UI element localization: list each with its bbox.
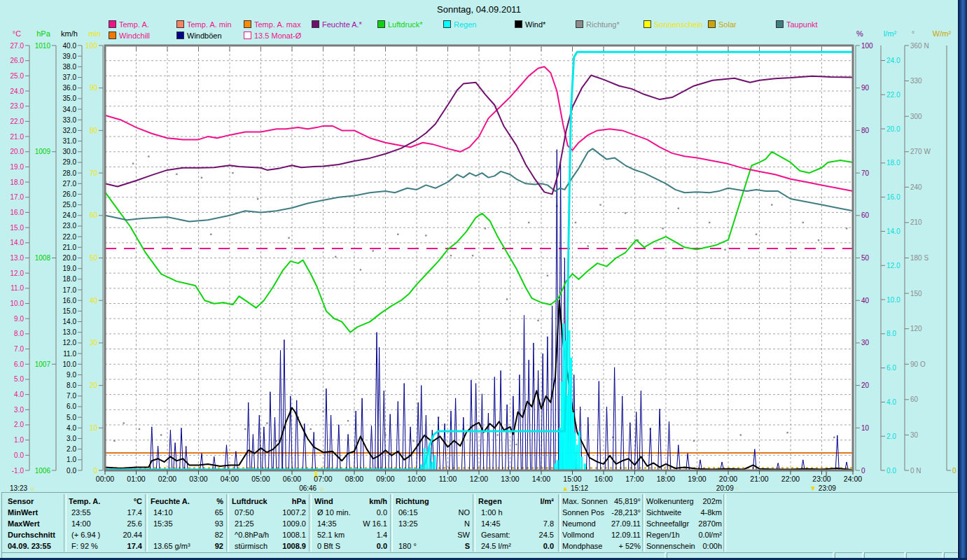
- axis-label-sunshine: 20: [90, 382, 98, 389]
- axis-unit-rain: l/m²: [884, 29, 897, 38]
- series-regen-rate-bar: [576, 444, 578, 470]
- axis-label-windspeed: 33.0: [63, 116, 77, 124]
- axis-unit-tempC: °C: [13, 29, 21, 38]
- axis-label-windspeed: 21.0: [63, 244, 77, 251]
- table-cell-value: 93: [151, 518, 223, 529]
- series-richtung-dot: [740, 434, 742, 435]
- axis-label-tempC: 0.0: [14, 451, 24, 459]
- x-axis-label: 04:00: [221, 475, 239, 483]
- x-axis-label: 16:00: [594, 475, 613, 483]
- axis-label-tempC: -1.0: [12, 467, 25, 475]
- series-richtung-dot: [335, 256, 336, 258]
- x-axis-label: 02:00: [158, 475, 176, 483]
- info-value: 27.09.11: [562, 518, 641, 529]
- axis-label-rain: 4.0: [886, 398, 896, 406]
- series-regen-rate-bar: [572, 412, 574, 470]
- x-axis-label: 24:00: [844, 475, 862, 483]
- axis-label-humidity: 90: [861, 84, 870, 92]
- series-richtung-dot: [347, 420, 349, 421]
- axis-label-tempC: 2.0: [14, 421, 24, 428]
- series-richtung-dot: [113, 440, 115, 442]
- table-cell-value: 1008.1: [232, 529, 306, 540]
- axis-label-humidity: 30: [861, 339, 870, 346]
- series-richtung-dot: [360, 269, 361, 270]
- table-cell-value: 20.44: [69, 529, 142, 540]
- x-axis-label: 18:00: [657, 475, 675, 483]
- series-regen-rate-bar: [574, 433, 576, 470]
- axis-label-solar: 0: [952, 467, 956, 475]
- axis-label-windspeed: 5.0: [67, 414, 76, 421]
- table-cell-value: 24.5: [478, 529, 554, 540]
- axis-label-direction: 30: [910, 431, 919, 439]
- axis-label-windspeed: 22.0: [63, 233, 77, 241]
- axis-label-windspeed: 18.0: [63, 275, 77, 283]
- x-axis-label: 00:00: [96, 475, 114, 483]
- info-value: 0:00h: [646, 540, 722, 552]
- axis-label-humidity: 50: [861, 254, 870, 262]
- axis-label-tempC: 11.0: [11, 284, 24, 292]
- table-cell-value: 0.0: [314, 507, 387, 518]
- axis-label-direction: 180 S: [910, 254, 928, 262]
- axis-label-windspeed: 1.0: [67, 456, 76, 463]
- series-richtung-dot: [232, 172, 233, 174]
- axis-label-tempC: 10.0: [11, 300, 25, 307]
- axis-label-windspeed: 38.0: [63, 63, 77, 71]
- axis-label-rain: 2.0: [886, 433, 896, 440]
- axis-label-pressure: 1008: [35, 254, 51, 262]
- axis-label-humidity: 80: [861, 127, 870, 134]
- axis-label-sunshine: 80: [90, 127, 98, 134]
- table-cell-value: 1008.9: [232, 540, 306, 552]
- axis-label-windspeed: 35.0: [63, 94, 77, 102]
- axis-label-tempC: 15.0: [11, 224, 25, 232]
- info-value: 202m: [646, 496, 722, 507]
- axis-label-tempC: 8.0: [14, 330, 24, 337]
- x-axis-label: 14:00: [532, 475, 550, 483]
- axis-label-direction: 330: [910, 77, 922, 85]
- axis-unit-solar: W/m²: [933, 29, 952, 38]
- series-richtung-dot: [693, 440, 695, 442]
- axis-label-windspeed: 25.0: [63, 201, 77, 209]
- sensor-summary-table: SensorMinWertMaxWertDurchschnitt04.09. 2…: [1, 492, 958, 554]
- axis-label-pressure: 1006: [35, 467, 51, 475]
- table-cell-value: 1.4: [314, 529, 387, 540]
- series-regen-rate-bar: [580, 456, 583, 470]
- axis-label-windspeed: 19.0: [63, 265, 77, 272]
- series-richtung-dot: [322, 410, 324, 412]
- series-richtung-dot: [846, 227, 847, 229]
- axis-unit-windspeed: km/h: [61, 29, 78, 38]
- axis-label-pressure: 1009: [35, 148, 51, 155]
- axis-label-sunshine: 10: [90, 424, 98, 432]
- axis-label-windspeed: 31.0: [63, 137, 77, 145]
- series-regen-rate-bar: [578, 431, 580, 470]
- moonset-time: 23:09: [819, 484, 836, 492]
- series-regen-rate-bar: [584, 463, 586, 470]
- axis-label-direction: 150: [910, 290, 922, 298]
- table-cell-value: 17.4: [69, 507, 142, 518]
- x-axis-label: 15:00: [563, 475, 581, 483]
- axis-label-windspeed: 3.0: [67, 435, 76, 442]
- weather-chart: °C27.026.025.024.023.022.021.020.019.018…: [0, 0, 967, 560]
- axis-label-rain: 10.0: [886, 296, 900, 304]
- axis-label-direction: 300: [910, 113, 922, 120]
- series-richtung-dot: [515, 444, 517, 445]
- axis-label-tempC: 17.0: [11, 193, 25, 201]
- axis-label-tempC: 9.0: [14, 315, 24, 323]
- table-cell-value: 1007.2: [232, 507, 306, 518]
- x-axis-label: 10:00: [408, 475, 426, 483]
- table-cell-value: NO: [396, 507, 470, 518]
- axis-label-windspeed: 13.0: [63, 328, 77, 336]
- table-cell-value: 92: [151, 540, 223, 552]
- axis-label-pressure: 1010: [35, 42, 51, 50]
- series-regen-rate-bar: [431, 462, 433, 470]
- x-axis-label: 22:00: [781, 475, 800, 483]
- x-axis-label: 03:00: [189, 475, 207, 483]
- axis-label-windspeed: 2.0: [67, 445, 76, 453]
- axis-label-sunshine: 0: [93, 467, 97, 475]
- moonset-icon: ▼: [809, 484, 816, 492]
- series-richtung-dot: [724, 248, 725, 250]
- axis-label-windspeed: 11.0: [63, 350, 76, 358]
- axis-label-tempC: 1.0: [14, 436, 24, 444]
- table-column-separator: [390, 494, 393, 552]
- axis-label-windspeed: 7.0: [67, 392, 76, 400]
- table-column-separator: [642, 494, 645, 552]
